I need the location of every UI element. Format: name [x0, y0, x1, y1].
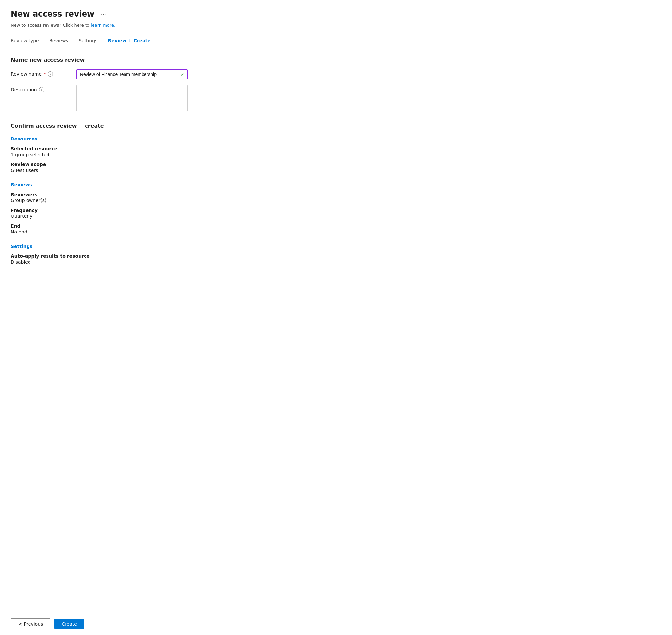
frequency-field: Frequency Quarterly	[11, 207, 359, 219]
resources-section: Resources Selected resource 1 group sele…	[11, 136, 359, 173]
tabs-row: Review type Reviews Settings Review + Cr…	[11, 35, 359, 47]
auto-apply-field: Auto-apply results to resource Disabled	[11, 254, 359, 265]
end-label: End	[11, 223, 359, 228]
form-section-title: Name new access review	[11, 57, 359, 63]
description-field-wrapper	[76, 85, 359, 112]
page-wrapper: New access review ··· New to access revi…	[0, 0, 370, 635]
resources-heading[interactable]: Resources	[11, 136, 359, 141]
settings-section: Settings Auto-apply results to resource …	[11, 244, 359, 265]
reviewers-value: Group owner(s)	[11, 198, 359, 203]
description-textarea[interactable]	[76, 85, 188, 111]
review-name-input[interactable]	[77, 70, 181, 79]
review-name-field-container: ✓	[76, 69, 188, 79]
confirm-section-title: Confirm access review + create	[11, 123, 359, 129]
review-name-info-icon[interactable]: i	[48, 71, 53, 76]
reviews-heading[interactable]: Reviews	[11, 182, 359, 187]
reviewers-label: Reviewers	[11, 192, 359, 197]
description-info-icon[interactable]: i	[39, 87, 44, 92]
review-scope-label: Review scope	[11, 162, 359, 167]
page-title: New access review	[11, 9, 94, 19]
auto-apply-label: Auto-apply results to resource	[11, 254, 359, 259]
frequency-value: Quarterly	[11, 214, 359, 219]
selected-resource-label: Selected resource	[11, 146, 359, 151]
review-name-label-text: Review name	[11, 71, 42, 76]
description-label: Description i	[11, 85, 76, 92]
check-icon: ✓	[181, 71, 187, 78]
learn-more-prefix: New to access reviews? Click here to	[11, 23, 89, 27]
form-grid: Review name * i ✓ Description i	[11, 69, 359, 112]
review-scope-field: Review scope Guest users	[11, 162, 359, 173]
page-title-row: New access review ···	[11, 9, 359, 19]
settings-heading[interactable]: Settings	[11, 244, 359, 249]
review-name-label: Review name * i	[11, 69, 76, 76]
end-value: No end	[11, 229, 359, 235]
required-star: *	[44, 71, 46, 76]
create-button[interactable]: Create	[55, 619, 84, 629]
tab-reviews[interactable]: Reviews	[49, 35, 74, 47]
reviews-section: Reviews Reviewers Group owner(s) Frequen…	[11, 182, 359, 235]
auto-apply-value: Disabled	[11, 259, 359, 265]
learn-more-row: New to access reviews? Click here to lea…	[11, 23, 359, 27]
selected-resource-value: 1 group selected	[11, 152, 359, 157]
footer: < Previous Create	[0, 612, 370, 635]
tab-review-create[interactable]: Review + Create	[108, 35, 156, 47]
learn-more-link[interactable]: learn more.	[91, 23, 115, 27]
previous-button[interactable]: < Previous	[11, 618, 50, 630]
tab-settings[interactable]: Settings	[79, 35, 103, 47]
review-scope-value: Guest users	[11, 168, 359, 173]
selected-resource-field: Selected resource 1 group selected	[11, 146, 359, 157]
end-field: End No end	[11, 223, 359, 235]
main-content: New access review ··· New to access revi…	[0, 0, 370, 612]
review-name-input-wrapper: ✓	[76, 69, 359, 79]
ellipsis-button[interactable]: ···	[98, 10, 109, 18]
reviewers-field: Reviewers Group owner(s)	[11, 192, 359, 203]
description-label-text: Description	[11, 87, 37, 92]
tab-review-type[interactable]: Review type	[11, 35, 45, 47]
frequency-label: Frequency	[11, 207, 359, 213]
